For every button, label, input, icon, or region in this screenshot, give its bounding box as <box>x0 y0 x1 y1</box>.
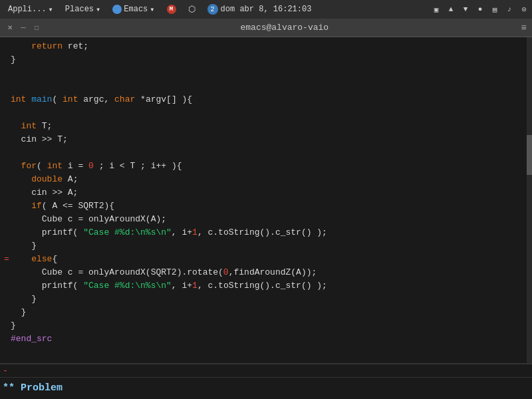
appli-arrow: ▾ <box>49 5 53 15</box>
line-text: for( int i = 0 ; i < T ; i++ ){ <box>11 160 529 173</box>
code-line <box>0 146 532 160</box>
bluetooth-btn[interactable]: ⬡ <box>183 3 201 16</box>
line-text <box>11 80 529 93</box>
line-text: int main( int argc, char *argv[] ){ <box>11 93 529 106</box>
close-button[interactable]: ✕ <box>5 23 15 33</box>
code-line: printf( "Case #%d:\n%s\n", i+1, c.toStri… <box>0 226 532 239</box>
window-controls: ✕ ─ □ <box>5 23 41 33</box>
org-heading: ** Problem <box>3 382 63 394</box>
bottom-section: - ** Problem <box>0 363 532 399</box>
line-text: } <box>11 53 529 66</box>
code-line: Cube c = onlyAroundX(A); <box>0 213 532 226</box>
mini-buffer: - <box>0 364 532 377</box>
line-marker: = <box>3 253 11 266</box>
wifi-icon[interactable]: ⊙ <box>519 4 529 15</box>
code-line: #end_src <box>0 332 532 346</box>
line-text: #end_src <box>11 332 529 346</box>
line-text: } <box>11 293 529 306</box>
code-line: cin >> T; <box>0 133 532 146</box>
notification-icon: 2 <box>207 4 218 15</box>
line-text <box>11 106 529 120</box>
code-line: printf( "Case #%d:\n%s\n", i+1, c.toStri… <box>0 279 532 293</box>
gmail-icon: M <box>167 5 176 14</box>
line-text: printf( "Case #%d:\n%s\n", i+1, c.toStri… <box>11 226 529 239</box>
line-text: cin >> A; <box>11 186 529 200</box>
line-text: printf( "Case #%d:\n%s\n", i+1, c.toStri… <box>11 279 529 293</box>
line-text <box>11 146 529 160</box>
code-line <box>0 106 532 120</box>
clock: dom abr 8, 16:21:03 <box>221 5 312 14</box>
appli-menu[interactable]: Appli... ▾ <box>3 3 59 16</box>
mini-marker: - <box>3 366 8 376</box>
line-text: Cube c = onlyAroundX(A); <box>11 213 529 226</box>
title-bar: ✕ ─ □ emacs@alvaro-vaio ≡ <box>0 19 532 37</box>
line-text: return ret; <box>11 40 529 53</box>
code-line: = else{ <box>0 253 532 266</box>
code-line: int T; <box>0 120 532 133</box>
emacs-label: Emacs <box>124 5 148 14</box>
emacs-menu[interactable]: Emacs ▾ <box>107 3 160 16</box>
code-line: return ret; <box>0 40 532 53</box>
emacs-arrow: ▾ <box>150 5 154 15</box>
code-line: for( int i = 0 ; i < T ; i++ ){ <box>0 160 532 173</box>
line-text: cin >> T; <box>11 133 529 146</box>
line-text: double A; <box>11 173 529 186</box>
line-text: Cube c = onlyAroundX(SQRT2).rotate(0,fin… <box>11 266 529 279</box>
code-line: } <box>0 319 532 332</box>
code-content: return ret;} int main( int argc, char *a… <box>0 37 532 348</box>
monitor-icon[interactable]: ▣ <box>431 4 442 15</box>
code-line: int main( int argc, char *argv[] ){ <box>0 93 532 106</box>
minimize-button[interactable]: ─ <box>19 23 28 33</box>
code-line <box>0 66 532 80</box>
code-line: } <box>0 293 532 306</box>
line-text: if( A <= SQRT2){ <box>11 200 529 213</box>
scrollbar-thumb[interactable] <box>527 135 532 175</box>
hamburger-menu[interactable]: ≡ <box>521 23 527 33</box>
scrollbar[interactable] <box>527 37 532 363</box>
user-icon[interactable]: ● <box>475 4 485 15</box>
maximize-button[interactable]: □ <box>32 23 41 33</box>
line-text: } <box>11 239 529 253</box>
code-line: } <box>0 239 532 253</box>
code-line: cin >> A; <box>0 186 532 200</box>
battery-icon: ▤ <box>489 4 500 15</box>
line-text: else{ <box>11 253 529 266</box>
code-line <box>0 80 532 93</box>
code-line: double A; <box>0 173 532 186</box>
window-title: emacs@alvaro-vaio <box>48 23 521 33</box>
line-text: } <box>11 319 529 332</box>
code-line: if( A <= SQRT2){ <box>0 200 532 213</box>
appli-label: Appli... <box>8 5 47 14</box>
places-label: Places <box>65 5 94 14</box>
system-bar: Appli... ▾ Places ▾ Emacs ▾ M ⬡ 2 dom ab… <box>0 0 532 19</box>
org-heading-line: ** Problem <box>0 377 532 399</box>
bluetooth-icon: ⬡ <box>188 4 196 15</box>
code-line: Cube c = onlyAroundX(SQRT2).rotate(0,fin… <box>0 266 532 279</box>
gmail-btn[interactable]: M <box>162 3 182 15</box>
places-menu[interactable]: Places ▾ <box>60 3 106 16</box>
code-line: } <box>0 306 532 319</box>
system-tray: ▣ ▲ ▼ ● ▤ ♪ ⊙ <box>431 4 529 15</box>
code-line: } <box>0 53 532 66</box>
places-arrow: ▾ <box>96 5 100 15</box>
emacs-icon <box>112 5 122 14</box>
up-icon: ▲ <box>446 4 456 15</box>
down-icon: ▼ <box>460 4 471 15</box>
line-text: int T; <box>11 120 529 133</box>
volume-icon[interactable]: ♪ <box>504 4 515 15</box>
line-text <box>11 66 529 80</box>
line-text: } <box>11 306 529 319</box>
editor[interactable]: return ret;} int main( int argc, char *a… <box>0 37 532 363</box>
